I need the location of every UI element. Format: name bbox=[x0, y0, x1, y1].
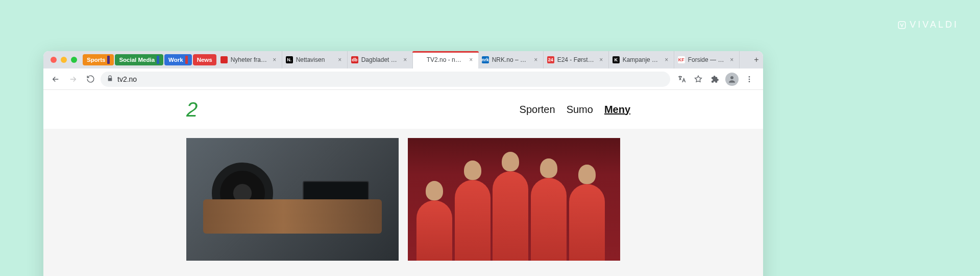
reload-icon bbox=[86, 75, 95, 83]
kebab-icon bbox=[745, 75, 753, 83]
site-nav: Sporten Sumo Meny bbox=[520, 104, 630, 116]
tab-5[interactable]: 24E24 - Først me× bbox=[544, 51, 609, 68]
tab-title: TV2.no - nyhe bbox=[427, 56, 464, 63]
stack-marker-icon bbox=[185, 56, 188, 64]
toolbar: tv2.no bbox=[43, 68, 763, 90]
vivaldi-watermark: VIVALDI bbox=[897, 19, 959, 30]
svg-rect-0 bbox=[899, 21, 906, 29]
new-tab-button[interactable]: + bbox=[750, 51, 763, 68]
close-tab-button[interactable]: × bbox=[402, 56, 409, 63]
close-tab-button[interactable]: × bbox=[532, 56, 540, 63]
menu-button[interactable] bbox=[744, 74, 755, 85]
favicon: nrk bbox=[482, 56, 489, 63]
player-graphic bbox=[416, 200, 452, 261]
extensions-icon[interactable] bbox=[709, 74, 720, 85]
tv2-logo[interactable]: 2 bbox=[186, 98, 198, 121]
stack-marker-icon bbox=[107, 56, 110, 64]
steering-wheel-graphic bbox=[212, 163, 273, 224]
favicon: db bbox=[351, 56, 358, 63]
tab-title: Kampanje - me bbox=[623, 56, 660, 63]
toolbar-right bbox=[673, 73, 758, 86]
translate-icon[interactable] bbox=[676, 74, 688, 85]
forward-button[interactable] bbox=[66, 72, 80, 86]
tab-stack-work[interactable]: Work bbox=[164, 54, 192, 65]
close-tab-button[interactable]: × bbox=[598, 56, 605, 63]
maximize-window-button[interactable] bbox=[71, 57, 77, 63]
player-graphic bbox=[531, 178, 567, 261]
tab-stack-social-media[interactable]: Social Media bbox=[115, 54, 163, 65]
favicon: 2 bbox=[416, 56, 424, 63]
tab-0[interactable]: Nyheter fra No× bbox=[217, 51, 282, 68]
tab-list: Nyheter fra No×N.Nettavisen×dbDagbladet … bbox=[217, 51, 750, 68]
favicon: 24 bbox=[547, 56, 554, 63]
watermark-text: VIVALDI bbox=[910, 19, 959, 30]
nav-sumo[interactable]: Sumo bbox=[567, 104, 593, 116]
tab-1[interactable]: N.Nettavisen× bbox=[282, 51, 348, 68]
tab-2[interactable]: dbDagbladet - fø× bbox=[348, 51, 413, 68]
stack-label: Work bbox=[168, 57, 183, 63]
close-window-button[interactable] bbox=[51, 57, 57, 63]
svg-point-2 bbox=[749, 76, 750, 78]
tab-3[interactable]: 2TV2.no - nyhe× bbox=[413, 51, 478, 68]
lock-icon bbox=[107, 75, 113, 83]
vivaldi-icon bbox=[897, 20, 906, 30]
address-bar[interactable]: tv2.no bbox=[101, 72, 670, 87]
tab-title: NRK.no – nyhe bbox=[492, 56, 529, 63]
arrow-right-icon bbox=[68, 75, 78, 84]
favicon: KF bbox=[678, 56, 685, 63]
close-tab-button[interactable]: × bbox=[728, 56, 736, 63]
tab-7[interactable]: KFForside — Krea× bbox=[674, 51, 740, 68]
profile-avatar[interactable] bbox=[725, 73, 739, 86]
minimize-window-button[interactable] bbox=[61, 57, 67, 63]
browser-window: Sports Social Media Work News Nyheter fr… bbox=[43, 51, 763, 276]
arrow-left-icon bbox=[51, 75, 60, 84]
article-card-football[interactable] bbox=[408, 138, 620, 261]
tab-title: Forside — Krea bbox=[688, 56, 725, 63]
tab-title: Dagbladet - fø bbox=[361, 56, 399, 63]
tab-title: Nyheter fra No bbox=[231, 56, 268, 63]
svg-point-4 bbox=[749, 81, 750, 82]
nav-sporten[interactable]: Sporten bbox=[520, 104, 555, 116]
tab-title: E24 - Først me bbox=[557, 56, 595, 63]
stack-label: Social Media bbox=[119, 57, 155, 63]
player-graphic bbox=[569, 184, 605, 261]
tab-stack-news[interactable]: News bbox=[193, 54, 216, 65]
page-content bbox=[43, 129, 763, 276]
tab-4[interactable]: nrkNRK.no – nyhe× bbox=[478, 51, 544, 68]
tab-stack-sports[interactable]: Sports bbox=[83, 54, 114, 65]
close-tab-button[interactable]: × bbox=[336, 56, 344, 63]
player-graphic bbox=[493, 171, 528, 261]
stack-label: News bbox=[197, 57, 212, 63]
person-icon bbox=[727, 75, 737, 84]
close-tab-button[interactable]: × bbox=[271, 56, 278, 63]
close-tab-button[interactable]: × bbox=[468, 56, 475, 63]
favicon bbox=[220, 56, 228, 63]
svg-point-3 bbox=[749, 78, 750, 80]
tab-title: Nettavisen bbox=[296, 56, 333, 63]
player-graphic bbox=[455, 180, 491, 261]
article-card-car[interactable] bbox=[186, 138, 399, 261]
favicon: N. bbox=[286, 56, 293, 63]
favicon: K bbox=[612, 56, 620, 63]
stack-label: Sports bbox=[87, 57, 105, 63]
back-button[interactable] bbox=[48, 72, 63, 86]
close-tab-button[interactable]: × bbox=[663, 56, 670, 63]
svg-point-1 bbox=[730, 76, 733, 79]
bookmark-star-icon[interactable] bbox=[693, 74, 704, 85]
window-controls bbox=[47, 51, 82, 68]
tab-6[interactable]: KKampanje - me× bbox=[609, 51, 674, 68]
reload-button[interactable] bbox=[83, 72, 97, 86]
stack-marker-icon bbox=[157, 56, 159, 64]
dashboard-screen-graphic bbox=[303, 181, 369, 212]
nav-meny[interactable]: Meny bbox=[604, 104, 630, 116]
site-header: 2 Sporten Sumo Meny bbox=[43, 90, 763, 129]
tab-strip: Sports Social Media Work News Nyheter fr… bbox=[43, 51, 763, 68]
url-text: tv2.no bbox=[117, 75, 137, 83]
